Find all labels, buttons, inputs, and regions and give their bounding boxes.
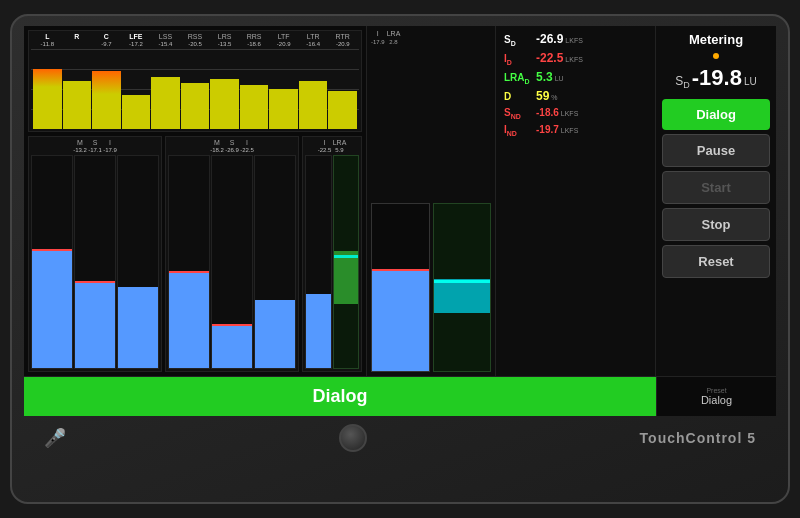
dialog-button[interactable]: Dialog <box>662 99 770 130</box>
fg2-col-I <box>254 155 296 369</box>
fg1-col-M <box>31 155 73 369</box>
num-label-LRAd: LRAD <box>504 72 534 85</box>
fg3-col-I <box>305 155 332 369</box>
metering-dot <box>713 53 719 59</box>
fg1-bars <box>31 155 159 369</box>
mid-I-label: I <box>377 30 379 37</box>
br-unit: LU <box>744 76 757 87</box>
pause-button[interactable]: Pause <box>662 134 770 167</box>
br-value: -19.8 <box>692 65 742 91</box>
numeric-panel: SD -26.9 LKFS ID -22.5 LKFS LRAD 5.3 LU … <box>496 26 656 376</box>
bar-RRS <box>240 49 269 129</box>
num-row-D: D 59 % <box>504 89 647 103</box>
reset-button[interactable]: Reset <box>662 245 770 278</box>
num-label-Ind: IND <box>504 124 534 137</box>
ch-label-LRS: LRS <box>210 33 239 40</box>
screen-wrapper: L R C LFE LSS RSS LRS RRS LTF LTR RTR -1… <box>24 26 776 416</box>
bar-RSS <box>181 49 210 129</box>
fg2-val-M: -18.2 <box>210 147 224 153</box>
num-value-Id: -22.5 <box>536 51 563 65</box>
fader-group-2: M S I -18.2 -26.9 -22.5 <box>165 136 299 372</box>
num-value-LRAd: 5.3 <box>536 70 553 84</box>
br-label: SD <box>675 74 690 90</box>
bar-L <box>33 49 62 129</box>
num-label-Snd: SND <box>504 107 534 120</box>
metering-title: Metering <box>662 32 770 47</box>
fg1-val-M: -13.2 <box>73 147 87 153</box>
peak-LSS: -15.4 <box>151 41 180 47</box>
num-label-D: D <box>504 91 534 102</box>
fg2-label-I: I <box>240 139 254 146</box>
bottom-fader-groups: M S I -13.2 -17.1 -17.9 <box>28 136 362 372</box>
fg1-label-M: M <box>73 139 87 146</box>
stop-button[interactable]: Stop <box>662 208 770 241</box>
preset-display: Preset Dialog <box>656 377 776 416</box>
fg3-col-LRA <box>333 155 360 369</box>
mid-LRA-label: LRA <box>387 30 401 37</box>
peak-LTF: -20.9 <box>269 41 298 47</box>
num-row-LRAd: LRAD 5.3 LU <box>504 70 647 85</box>
bar-LRS <box>210 49 239 129</box>
fader-group-3: I LRA -22.5 5.9 <box>302 136 362 372</box>
num-unit-LRAd: LU <box>555 75 564 82</box>
fg3-val-LRA: 5.9 <box>333 147 347 153</box>
ch-label-L: L <box>33 33 62 40</box>
fg1-label-I: I <box>103 139 117 146</box>
ch-label-LTF: LTF <box>269 33 298 40</box>
fg2-col-M <box>168 155 210 369</box>
num-unit-Id: LKFS <box>565 56 583 63</box>
num-unit-Sd: LKFS <box>565 37 583 44</box>
fg1-val-I: -17.9 <box>103 147 117 153</box>
fg2-val-S: -26.9 <box>225 147 239 153</box>
peak-L: -11.8 <box>33 41 62 47</box>
top-bars-area <box>31 49 359 129</box>
big-readout: SD -19.8 LU <box>662 65 770 91</box>
num-unit-Snd: LKFS <box>561 110 579 117</box>
peak-RRS: -18.6 <box>240 41 269 47</box>
top-meters: L R C LFE LSS RSS LRS RRS LTF LTR RTR -1… <box>28 30 362 132</box>
fg3-bars <box>305 155 359 369</box>
device-body: L R C LFE LSS RSS LRS RRS LTF LTR RTR -1… <box>10 14 790 504</box>
mid-I-value: -17.9 <box>371 39 385 45</box>
preset-value-small: Dialog <box>701 394 732 406</box>
bar-LTR <box>299 49 328 129</box>
fg2-labels: M S I <box>168 139 296 146</box>
num-value-D: 59 <box>536 89 549 103</box>
num-row-Snd: SND -18.6 LKFS <box>504 107 647 120</box>
fg1-col-I <box>117 155 159 369</box>
num-value-Sd: -26.9 <box>536 32 563 46</box>
num-value-Ind: -19.7 <box>536 124 559 135</box>
num-unit-D: % <box>551 94 557 101</box>
mic-icon: 🎤 <box>44 427 66 449</box>
fg1-val-S: -17.1 <box>88 147 102 153</box>
channel-labels: L R C LFE LSS RSS LRS RRS LTF LTR RTR <box>31 33 359 40</box>
fg3-values: -22.5 5.9 <box>305 147 359 153</box>
bar-LSS <box>151 49 180 129</box>
fg2-values: -18.2 -26.9 -22.5 <box>168 147 296 153</box>
fader-group-1: M S I -13.2 -17.1 -17.9 <box>28 136 162 372</box>
ch-label-LFE: LFE <box>122 33 151 40</box>
fg3-label-I: I <box>318 139 332 146</box>
ch-label-LTR: LTR <box>299 33 328 40</box>
fg2-label-M: M <box>210 139 224 146</box>
ch-label-RTR: RTR <box>328 33 357 40</box>
dialog-bar-button[interactable]: Dialog <box>24 377 656 416</box>
fg2-val-I: -22.5 <box>240 147 254 153</box>
fg2-bars <box>168 155 296 369</box>
peak-values: -11.8 -9.7 -17.2 -15.4 -20.5 -13.5 -18.6… <box>31 41 359 47</box>
device-bottom-bar: 🎤 TouchControl 5 <box>24 420 776 456</box>
fg1-values: -13.2 -17.1 -17.9 <box>31 147 159 153</box>
bar-LFE <box>122 49 151 129</box>
ch-label-LSS: LSS <box>151 33 180 40</box>
fg3-labels: I LRA <box>305 139 359 146</box>
preset-label-small: Preset <box>706 387 726 394</box>
fg1-label-S: S <box>88 139 102 146</box>
brand-label: TouchControl 5 <box>640 430 756 446</box>
bar-LTF <box>269 49 298 129</box>
main-screen: L R C LFE LSS RSS LRS RRS LTF LTR RTR -1… <box>24 26 776 376</box>
volume-knob[interactable] <box>339 424 367 452</box>
num-row-Sd: SD -26.9 LKFS <box>504 32 647 47</box>
mid-LRA-value: 2.8 <box>389 39 397 45</box>
num-value-Snd: -18.6 <box>536 107 559 118</box>
start-button[interactable]: Start <box>662 171 770 204</box>
